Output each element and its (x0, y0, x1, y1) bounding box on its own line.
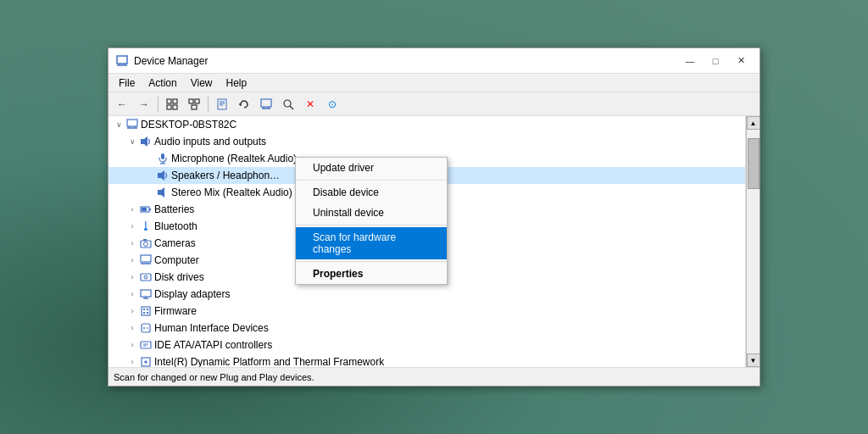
scroll-down-btn[interactable]: ▼ (747, 353, 760, 367)
toolbar-expand[interactable] (162, 95, 182, 114)
toolbar-computer[interactable] (256, 95, 276, 114)
bat-toggle[interactable]: › (125, 205, 139, 214)
svg-rect-40 (141, 255, 151, 262)
window-controls: — □ ✕ (678, 53, 753, 70)
tree-root[interactable]: ∨ DESKTOP-0BST82C (108, 116, 745, 133)
menu-bar: File Action View Help (108, 74, 760, 92)
ctx-disable-device[interactable]: Disable device (296, 182, 447, 203)
disk-toggle[interactable]: › (125, 273, 139, 281)
svg-rect-0 (117, 56, 127, 64)
menu-help[interactable]: Help (220, 75, 254, 91)
svg-rect-21 (127, 120, 137, 126)
intel-toggle[interactable]: › (125, 358, 139, 366)
toolbar-properties[interactable] (212, 95, 232, 114)
hid-toggle[interactable]: › (125, 324, 139, 332)
tree-firmware[interactable]: › Firmware (108, 303, 745, 320)
svg-rect-35 (142, 208, 147, 211)
menu-file[interactable]: File (112, 75, 142, 91)
ctx-sep-2 (296, 225, 447, 225)
camera-icon (139, 236, 153, 250)
comp-icon (139, 253, 153, 267)
fw-toggle[interactable]: › (125, 307, 139, 315)
speaker-icon (156, 169, 170, 182)
status-bar: Scan for changed or new Plug and Play de… (108, 367, 760, 386)
tree-hid[interactable]: › Human Interface Devices (108, 320, 745, 337)
stereo-label: Stereo Mix (Realtek Audio) (171, 186, 292, 198)
toolbar-refresh[interactable] (234, 95, 254, 114)
disk-label: Disk drives (154, 271, 204, 283)
device-manager-window: Device Manager — □ ✕ File Action View He… (108, 47, 760, 387)
toolbar-help[interactable]: ⊙ (322, 95, 342, 114)
svg-rect-15 (261, 99, 271, 107)
display-label: Display adapters (154, 288, 230, 300)
toolbar: ← → (108, 92, 760, 116)
stereo-icon (156, 186, 170, 199)
cameras-label: Cameras (154, 237, 196, 249)
scroll-up-btn[interactable]: ▲ (747, 116, 760, 130)
scroll-track[interactable] (747, 130, 760, 353)
tree-display[interactable]: › Display adapters (108, 286, 745, 303)
svg-rect-7 (173, 105, 177, 109)
close-button[interactable]: ✕ (729, 53, 753, 70)
svg-rect-36 (149, 209, 151, 210)
toolbar-sep-2 (208, 97, 209, 112)
firmware-icon (139, 304, 153, 318)
menu-action[interactable]: Action (142, 75, 183, 91)
window-icon (115, 54, 129, 68)
svg-rect-11 (218, 99, 226, 109)
svg-rect-52 (147, 312, 148, 314)
disp-toggle[interactable]: › (125, 290, 139, 298)
svg-rect-48 (142, 307, 150, 315)
ctx-uninstall-device[interactable]: Uninstall device (296, 203, 447, 223)
svg-line-20 (290, 106, 293, 109)
audio-toggle[interactable]: ∨ (125, 137, 139, 146)
tree-audio-group[interactable]: ∨ Audio inputs and outputs (108, 133, 745, 150)
ctx-properties[interactable]: Properties (296, 264, 447, 284)
svg-rect-50 (147, 309, 148, 310)
hid-label: Human Interface Devices (154, 322, 269, 334)
context-menu: Update driver Disable device Uninstall d… (295, 157, 448, 285)
ide-toggle[interactable]: › (125, 341, 139, 349)
ctx-sep-3 (296, 261, 447, 262)
ide-label: IDE ATA/ATAPI controllers (154, 339, 272, 351)
computer-item-label: Computer (154, 254, 199, 266)
microphone-label: Microphone (Realtek Audio) (171, 153, 297, 164)
ctx-scan-hardware[interactable]: Scan for hardware changes (296, 227, 447, 259)
svg-rect-27 (161, 153, 164, 159)
window-title: Device Manager (134, 55, 678, 67)
svg-rect-49 (143, 309, 145, 310)
menu-view[interactable]: View (184, 75, 220, 91)
comp-toggle[interactable]: › (125, 256, 139, 264)
svg-point-19 (284, 100, 291, 107)
svg-rect-30 (158, 173, 161, 178)
svg-rect-8 (189, 99, 193, 103)
svg-rect-4 (167, 99, 171, 103)
vertical-scrollbar[interactable]: ▲ ▼ (746, 116, 760, 367)
toolbar-remove[interactable]: ✕ (300, 95, 320, 114)
root-toggle[interactable]: ∨ (112, 120, 125, 129)
intel-label: Intel(R) Dynamic Platform and Thermal Fr… (154, 356, 384, 367)
toolbar-forward[interactable]: → (134, 95, 154, 114)
firmware-label: Firmware (154, 305, 197, 317)
tree-ide[interactable]: › IDE ATA/ATAPI controllers (108, 337, 745, 353)
scroll-thumb[interactable] (748, 138, 760, 189)
maximize-button[interactable]: □ (704, 53, 727, 70)
svg-rect-6 (167, 105, 171, 109)
tree-intel[interactable]: › Intel(R) Dynamic Platform and Thermal … (108, 353, 745, 367)
bt-toggle[interactable]: › (125, 222, 139, 231)
toolbar-back[interactable]: ← (112, 95, 132, 114)
cam-toggle[interactable]: › (125, 239, 139, 248)
svg-rect-45 (141, 290, 151, 297)
batteries-label: Batteries (154, 203, 194, 215)
svg-rect-10 (192, 105, 197, 109)
svg-marker-31 (161, 170, 164, 181)
disk-icon (139, 270, 153, 284)
svg-point-38 (144, 242, 148, 247)
battery-icon (139, 203, 153, 216)
toolbar-scan[interactable] (278, 95, 298, 114)
ctx-update-driver[interactable]: Update driver (296, 158, 447, 178)
bluetooth-label: Bluetooth (154, 220, 198, 232)
minimize-button[interactable]: — (678, 53, 702, 70)
intel-icon (139, 355, 153, 367)
toolbar-collapse[interactable] (184, 95, 204, 114)
